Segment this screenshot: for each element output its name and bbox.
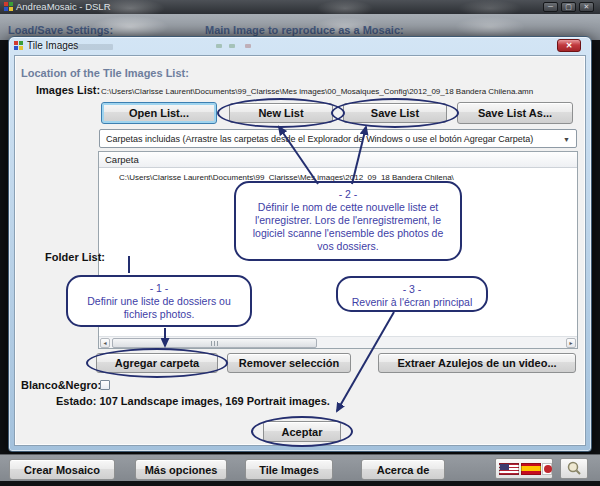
scrollbar-thumb[interactable] bbox=[112, 338, 317, 348]
location-heading: Location of the Tile Images List: bbox=[21, 67, 189, 79]
remover-seleccion-button[interactable]: Remover selección bbox=[227, 353, 351, 373]
dialog-content: Location of the Tile Images List: Images… bbox=[14, 55, 586, 446]
glass-ghost-artifact bbox=[229, 44, 235, 48]
dialog-close-icon[interactable]: ✕ bbox=[557, 39, 581, 52]
maximize-icon[interactable]: ▢ bbox=[561, 2, 576, 12]
scrollbar-grip bbox=[211, 341, 219, 346]
main-window-title: AndreaMosaic - DSLR bbox=[16, 1, 111, 12]
folders-dropdown[interactable]: Carpetas incluidas (Arrastre las carpeta… bbox=[99, 129, 577, 148]
minimize-icon[interactable]: ─ bbox=[543, 2, 558, 12]
folder-column-header: Carpeta bbox=[99, 152, 577, 168]
japan-flag-icon[interactable] bbox=[542, 463, 552, 475]
annotation-number: - 3 - bbox=[346, 283, 478, 296]
annotation-text: Definir une liste de dossiers ou fichier… bbox=[76, 295, 242, 321]
close-icon[interactable]: ✕ bbox=[579, 2, 594, 12]
scroll-left-icon[interactable] bbox=[100, 338, 110, 348]
annotation-text: Définir le nom de cette nouvelle liste e… bbox=[244, 201, 452, 253]
acerca-de-button[interactable]: Acerca de bbox=[361, 459, 445, 480]
aceptar-button[interactable]: Aceptar bbox=[263, 421, 341, 442]
images-list-label: Images List: bbox=[36, 84, 100, 96]
annotation-note-3: - 3 - Revenir à l'écran principal bbox=[336, 276, 488, 312]
open-list-button[interactable]: Open List... bbox=[101, 102, 217, 124]
us-flag-icon[interactable] bbox=[499, 463, 519, 475]
dialog-titlebar[interactable]: Tile Images ✕ bbox=[9, 37, 591, 55]
main-window-titlebar[interactable]: AndreaMosaic - DSLR ─ ▢ ✕ bbox=[0, 0, 600, 14]
load-save-settings-label: Load/Save Settings: bbox=[8, 24, 113, 36]
status-text: Estado: 107 Landscape images, 169 Portra… bbox=[56, 395, 330, 407]
new-list-button[interactable]: New List bbox=[229, 103, 333, 123]
scroll-right-icon[interactable] bbox=[566, 338, 576, 348]
save-list-as-button[interactable]: Save List As... bbox=[457, 102, 573, 124]
horizontal-scrollbar[interactable] bbox=[99, 336, 577, 348]
annotation-text: Revenir à l'écran principal bbox=[346, 296, 478, 309]
main-image-label: Main Image to reproduce as a Mosaic: bbox=[205, 24, 404, 36]
images-list-path: C:\Users\Clarisse Laurent\Documents\99_C… bbox=[101, 87, 533, 96]
annotation-note-2: - 2 - Définir le nom de cette nouvelle l… bbox=[234, 181, 462, 261]
annotation-note-1: - 1 - Definir une liste de dossiers ou f… bbox=[66, 275, 252, 327]
glass-ghost-artifact bbox=[71, 44, 113, 50]
blanco-negro-checkbox[interactable] bbox=[100, 380, 110, 390]
annotation-number: - 2 - bbox=[244, 188, 452, 201]
app-logo-icon bbox=[4, 2, 13, 11]
dialog-mosaic-icon bbox=[14, 41, 23, 50]
mas-opciones-button[interactable]: Más opciones bbox=[135, 459, 227, 480]
tile-images-button[interactable]: Tile Images bbox=[245, 459, 333, 480]
spain-flag-icon[interactable] bbox=[521, 463, 541, 475]
save-list-button[interactable]: Save List bbox=[343, 103, 447, 123]
folder-list-label: Folder List: bbox=[17, 251, 105, 263]
glass-ghost-artifact bbox=[245, 44, 251, 48]
extraer-azulejos-button[interactable]: Extraer Azulejos de un video... bbox=[378, 353, 576, 373]
tile-images-dialog: Tile Images ✕ Location of the Tile Image… bbox=[8, 36, 592, 452]
glass-ghost-artifact bbox=[216, 44, 222, 48]
language-selector[interactable] bbox=[495, 458, 553, 479]
crear-mosaico-button[interactable]: Crear Mosaico bbox=[9, 459, 115, 480]
magnifier-icon bbox=[561, 459, 587, 478]
annotation-number: - 1 - bbox=[76, 282, 242, 295]
magnifier-button[interactable] bbox=[560, 458, 588, 479]
chevron-down-icon[interactable] bbox=[560, 133, 573, 146]
agregar-carpeta-button[interactable]: Agregar carpeta bbox=[96, 353, 218, 373]
blanco-negro-label: Blanco&Negro: bbox=[21, 379, 101, 391]
